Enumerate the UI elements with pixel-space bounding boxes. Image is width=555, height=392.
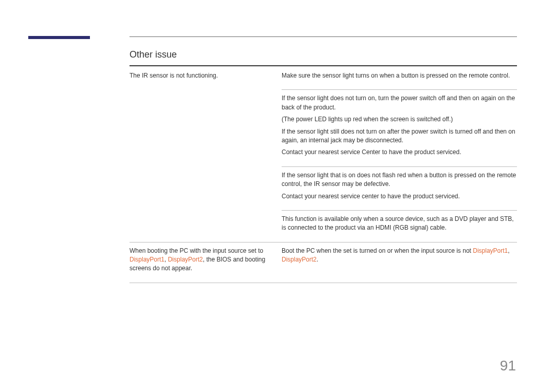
solution-text: If the sensor light does not turn on, tu… <box>282 94 517 112</box>
solution-cell: Make sure the sensor light turns on when… <box>282 71 517 80</box>
solution-text: Boot the PC when the set is turned on or… <box>282 247 517 265</box>
highlight-displayport1: DisplayPort1 <box>130 256 164 263</box>
issue-text: The IR sensor is not functioning. <box>130 72 218 79</box>
row-divider <box>130 242 517 242</box>
solution-text: (The power LED lights up red when the sc… <box>282 115 517 124</box>
highlight-displayport2: DisplayPort2 <box>168 256 203 263</box>
solution-text: Contact your nearest service Center to h… <box>282 148 517 157</box>
solution-divider <box>282 166 517 167</box>
table-row: If the sensor light that is on does not … <box>130 171 517 206</box>
row-divider <box>130 283 517 283</box>
issue-cell: The IR sensor is not functioning. <box>130 71 282 80</box>
solution-text: If the sensor light still does not turn … <box>282 127 517 145</box>
page-number: 91 <box>500 358 516 374</box>
solution-block: Make sure the sensor light turns on when… <box>282 71 517 80</box>
solution-block: If the sensor light that is on does not … <box>282 171 517 201</box>
page-content: Other issue The IR sensor is not functio… <box>130 36 517 287</box>
solution-cell: Boot the PC when the set is turned on or… <box>282 247 517 273</box>
highlight-displayport1: DisplayPort1 <box>473 247 508 254</box>
top-rule <box>130 36 517 37</box>
issue-text-part: When booting the PC with the input sourc… <box>130 247 263 254</box>
issue-cell: When booting the PC with the input sourc… <box>130 247 282 273</box>
solution-block: This function is available only when a s… <box>282 215 517 233</box>
solution-text: This function is available only when a s… <box>282 215 517 233</box>
issue-cell-empty <box>130 215 282 233</box>
solution-text: If the sensor light that is on does not … <box>282 171 517 189</box>
solution-divider <box>282 89 517 90</box>
solution-text-sep: , <box>508 247 509 254</box>
solution-cell: This function is available only when a s… <box>282 215 517 233</box>
solution-cell: If the sensor light does not turn on, tu… <box>282 94 517 157</box>
section-title: Other issue <box>130 49 517 60</box>
solution-text-end: . <box>317 256 318 263</box>
issue-text-sep: , <box>164 256 168 263</box>
solution-text-part: Boot the PC when the set is turned on or… <box>282 247 473 254</box>
solution-cell: If the sensor light that is on does not … <box>282 171 517 201</box>
chapter-tab-marker <box>28 36 90 39</box>
solution-block: If the sensor light does not turn on, tu… <box>282 94 517 157</box>
highlight-displayport2: DisplayPort2 <box>282 256 317 263</box>
issue-cell-empty <box>130 171 282 201</box>
table-row: The IR sensor is not functioning. Make s… <box>130 71 517 85</box>
solution-divider <box>282 210 517 211</box>
solution-block: Boot the PC when the set is turned on or… <box>282 247 517 265</box>
title-rule <box>130 65 517 66</box>
solution-text: Make sure the sensor light turns on when… <box>282 71 517 80</box>
table-row: If the sensor light does not turn on, tu… <box>130 94 517 162</box>
table-row: When booting the PC with the input sourc… <box>130 247 517 278</box>
issue-cell-empty <box>130 94 282 157</box>
table-row: This function is available only when a s… <box>130 215 517 238</box>
solution-text: Contact your nearest service center to h… <box>282 192 517 201</box>
